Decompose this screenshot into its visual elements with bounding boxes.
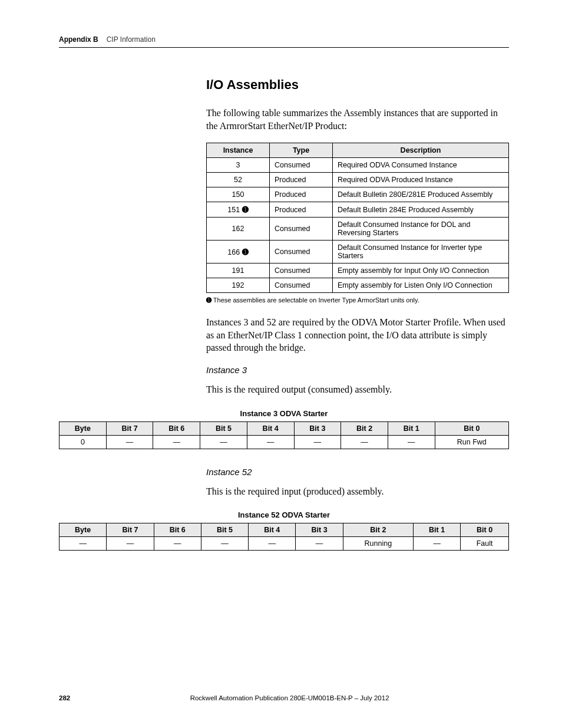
col-description: Description [333, 143, 509, 158]
table-row: 52ProducedRequired ODVA Produced Instanc… [207, 173, 509, 187]
col-bit: Bit 5 [201, 523, 248, 537]
col-bit: Bit 0 [461, 523, 509, 537]
col-bit: Bit 2 [343, 523, 413, 537]
footnote-marker: ➊ [206, 297, 211, 304]
cell-type: Produced [270, 187, 333, 202]
col-type: Type [270, 143, 333, 158]
cell-bit: — [296, 537, 343, 551]
cell-description: Empty assembly for Listen Only I/O Conne… [333, 278, 509, 293]
table-row: ——————Running—Fault [59, 537, 509, 551]
table-row: 3ConsumedRequired ODVA Consumed Instance [207, 158, 509, 173]
col-bit: Bit 2 [341, 421, 388, 435]
cell-bit: — [341, 435, 388, 449]
table-header-row: ByteBit 7Bit 6Bit 5Bit 4Bit 3Bit 2Bit 1B… [59, 421, 509, 435]
instance3-table: Instance 3 ODVA Starter ByteBit 7Bit 6Bi… [59, 407, 509, 449]
cell-bit: Run Fwd [435, 435, 508, 449]
cell-instance: 150 [207, 187, 270, 202]
page-number: 282 [59, 694, 70, 701]
instance52-text: This is the required input (produced) as… [206, 485, 509, 498]
col-instance: Instance [207, 143, 270, 158]
cell-byte: — [59, 537, 107, 551]
cell-bit: Fault [461, 537, 509, 551]
table-header-row: ByteBit 7Bit 6Bit 5Bit 4Bit 3Bit 2Bit 1B… [59, 523, 509, 537]
paragraph-instances: Instances 3 and 52 are required by the O… [206, 316, 509, 354]
col-bit: Bit 7 [106, 421, 153, 435]
col-bit: Bit 0 [435, 421, 508, 435]
cell-description: Default Consumed Instance for DOL and Re… [333, 218, 509, 241]
cell-bit: — [413, 537, 460, 551]
cell-type: Produced [270, 173, 333, 187]
cell-type: Consumed [270, 263, 333, 278]
cell-bit: — [154, 537, 201, 551]
instance3-heading: Instance 3 [206, 365, 509, 375]
cell-type: Consumed [270, 278, 333, 293]
table-header-row: Instance Type Description [207, 143, 509, 158]
col-bit: Bit 3 [296, 523, 343, 537]
col-bit: Bit 6 [153, 421, 200, 435]
appendix-label: Appendix B [59, 35, 98, 44]
cell-bit: — [106, 435, 153, 449]
intro-paragraph: The following table summarizes the Assem… [206, 107, 509, 132]
cell-description: Empty assembly for Input Only I/O Connec… [333, 263, 509, 278]
cell-instance: 166 ➊ [207, 241, 270, 263]
cell-type: Produced [270, 202, 333, 218]
cell-bit: — [249, 537, 296, 551]
cell-type: Consumed [270, 158, 333, 173]
publication-id: Rockwell Automation Publication 280E-UM0… [70, 694, 509, 701]
cell-instance: 52 [207, 173, 270, 187]
assemblies-table: Instance Type Description 3ConsumedRequi… [206, 143, 509, 293]
cell-instance: 191 [207, 263, 270, 278]
table-row: 0———————Run Fwd [59, 435, 509, 449]
page-footer: 282 Rockwell Automation Publication 280E… [59, 694, 509, 701]
cell-instance: 162 [207, 218, 270, 241]
col-bit: Bit 3 [294, 421, 341, 435]
col-bit: Bit 5 [200, 421, 247, 435]
instance52-table: Instance 52 ODVA Starter ByteBit 7Bit 6B… [59, 508, 509, 551]
cell-instance: 151 ➊ [207, 202, 270, 218]
cell-bit: — [200, 435, 247, 449]
cell-description: Default Bulletin 284E Produced Assembly [333, 202, 509, 218]
cell-bit: Running [343, 537, 413, 551]
table-row: 191ConsumedEmpty assembly for Input Only… [207, 263, 509, 278]
cell-instance: 192 [207, 278, 270, 293]
cell-bit: — [153, 435, 200, 449]
col-byte: Byte [59, 421, 107, 435]
table-row: 192ConsumedEmpty assembly for Listen Onl… [207, 278, 509, 293]
footnote-text: These assemblies are selectable on Inver… [213, 297, 419, 304]
col-bit: Bit 1 [388, 421, 435, 435]
col-bit: Bit 7 [107, 523, 154, 537]
table-footnote: ➊ These assemblies are selectable on Inv… [206, 297, 509, 304]
cell-byte: 0 [59, 435, 107, 449]
cell-bit: — [388, 435, 435, 449]
cell-description: Default Consumed Instance for Inverter t… [333, 241, 509, 263]
cell-instance: 3 [207, 158, 270, 173]
col-bit: Bit 4 [249, 523, 296, 537]
table-row: 150ProducedDefault Bulletin 280E/281E Pr… [207, 187, 509, 202]
instance52-table-title: Instance 52 ODVA Starter [59, 508, 509, 523]
cell-description: Required ODVA Produced Instance [333, 173, 509, 187]
instance3-text: This is the required output (consumed) a… [206, 383, 509, 396]
col-bit: Bit 1 [413, 523, 460, 537]
col-bit: Bit 4 [247, 421, 294, 435]
instance3-table-title: Instance 3 ODVA Starter [59, 407, 509, 422]
chapter-title: CIP Information [107, 35, 156, 44]
table-row: 166 ➊ConsumedDefault Consumed Instance f… [207, 241, 509, 263]
cell-type: Consumed [270, 241, 333, 263]
cell-type: Consumed [270, 218, 333, 241]
cell-bit: — [201, 537, 248, 551]
table-row: 162ConsumedDefault Consumed Instance for… [207, 218, 509, 241]
cell-bit: — [107, 537, 154, 551]
col-byte: Byte [59, 523, 107, 537]
cell-description: Default Bulletin 280E/281E Produced Asse… [333, 187, 509, 202]
running-header: Appendix B CIP Information [59, 35, 509, 48]
cell-description: Required ODVA Consumed Instance [333, 158, 509, 173]
col-bit: Bit 6 [154, 523, 201, 537]
cell-bit: — [247, 435, 294, 449]
cell-bit: — [294, 435, 341, 449]
table-row: 151 ➊ProducedDefault Bulletin 284E Produ… [207, 202, 509, 218]
section-title: I/O Assemblies [206, 77, 509, 93]
instance52-heading: Instance 52 [206, 467, 509, 477]
